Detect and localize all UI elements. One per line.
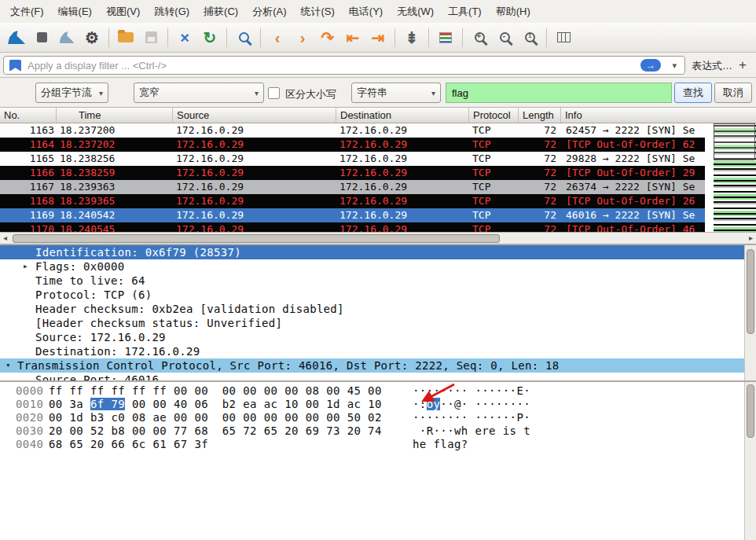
hex-ascii[interactable]: he flag? bbox=[413, 438, 468, 451]
menu-item-0[interactable]: 文件(F) bbox=[3, 1, 51, 23]
hex-row-0040[interactable]: 004068 65 20 66 6c 61 67 3fhe flag? bbox=[0, 438, 756, 451]
resize-columns-button[interactable] bbox=[552, 26, 575, 50]
column-header-destination[interactable]: Destination bbox=[336, 108, 469, 123]
hscroll-thumb[interactable] bbox=[13, 234, 500, 243]
packet-row-1167[interactable]: 116718.239363172.16.0.29172.16.0.29TCP72… bbox=[0, 180, 705, 194]
menu-item-6[interactable]: 统计(S) bbox=[293, 1, 341, 23]
menu-item-2[interactable]: 视图(V) bbox=[99, 1, 147, 23]
restart-capture-button[interactable] bbox=[55, 26, 79, 50]
auto-scroll-button[interactable]: ⇟ bbox=[400, 26, 424, 50]
bytes-scroll-thumb[interactable] bbox=[747, 384, 754, 438]
packet-row-1163[interactable]: 116318.237200172.16.0.29172.16.0.29TCP72… bbox=[0, 123, 705, 138]
go-forward-button[interactable]: › bbox=[291, 26, 314, 50]
detail-line-9[interactable]: Source Port: 46016 bbox=[0, 373, 744, 380]
hex-bytes[interactable]: 00 1d b3 c0 08 ae 00 00 00 00 00 00 00 0… bbox=[49, 411, 382, 424]
zoom-in-button[interactable] bbox=[468, 26, 491, 50]
search-type-select[interactable]: 字符串 ▾ bbox=[351, 83, 441, 103]
detail-line-0[interactable]: Identification: 0x6f79 (28537) bbox=[0, 245, 744, 259]
apply-filter-button[interactable]: → bbox=[640, 59, 661, 72]
minimap-viewport[interactable] bbox=[714, 123, 755, 160]
close-file-button[interactable]: × bbox=[173, 26, 196, 50]
detail-line-4[interactable]: Header checksum: 0xb2ea [validation disa… bbox=[0, 302, 744, 316]
column-header-no[interactable]: No. bbox=[0, 108, 57, 123]
hex-row-0000[interactable]: 0000ff ff ff ff ff ff 00 00 00 00 00 00 … bbox=[0, 384, 756, 398]
stop-capture-button[interactable] bbox=[30, 26, 53, 50]
details-scrollbar[interactable] bbox=[744, 245, 756, 380]
details-scroll-thumb[interactable] bbox=[747, 249, 754, 334]
menu-item-10[interactable]: 帮助(H) bbox=[489, 1, 538, 23]
capture-options-button[interactable]: ⚙ bbox=[80, 26, 104, 50]
hex-bytes[interactable]: 20 00 52 b8 00 00 77 68 65 72 65 20 69 7… bbox=[49, 424, 382, 438]
go-to-packet-button[interactable]: ↷ bbox=[316, 26, 339, 50]
column-header-info[interactable]: Info bbox=[561, 108, 756, 123]
start-capture-button[interactable] bbox=[5, 26, 28, 50]
column-header-source[interactable]: Source bbox=[173, 108, 336, 123]
packet-row-1166[interactable]: 116618.238259172.16.0.29172.16.0.29TCP72… bbox=[0, 166, 705, 180]
hex-ascii[interactable]: ········ ······P· bbox=[413, 411, 530, 424]
search-input[interactable]: flag bbox=[446, 83, 672, 103]
expand-arrow-icon[interactable]: ▸ bbox=[23, 259, 28, 274]
display-filter-input[interactable]: Apply a display filter ... <Ctrl-/> → ▾ bbox=[3, 56, 685, 75]
scroll-left-icon[interactable]: ◂ bbox=[3, 233, 7, 242]
zoom-100-button[interactable] bbox=[518, 26, 541, 50]
packet-row-1165[interactable]: 116518.238256172.16.0.29172.16.0.29TCP72… bbox=[0, 152, 705, 166]
column-header-protocol[interactable]: Protocol bbox=[469, 108, 519, 123]
packet-list-hscrollbar[interactable]: ◂ ▸ bbox=[0, 232, 756, 244]
packet-row-1164[interactable]: 116418.237202172.16.0.29172.16.0.29TCP72… bbox=[0, 138, 705, 152]
column-header-length[interactable]: Length bbox=[519, 108, 561, 123]
packet-row-1169[interactable]: 116918.240542172.16.0.29172.16.0.29TCP72… bbox=[0, 208, 705, 222]
detail-line-3[interactable]: Protocol: TCP (6) bbox=[0, 288, 744, 302]
collapse-arrow-icon[interactable]: ▾ bbox=[6, 358, 11, 373]
menu-item-8[interactable]: 无线(W) bbox=[390, 1, 441, 23]
hex-row-0020[interactable]: 002000 1d b3 c0 08 ae 00 00 00 00 00 00 … bbox=[0, 411, 756, 424]
case-sensitive-checkbox[interactable] bbox=[268, 87, 280, 99]
detail-text: Transmission Control Protocol, Src Port:… bbox=[17, 359, 560, 372]
menu-item-5[interactable]: 分析(A) bbox=[245, 1, 293, 23]
detail-line-5[interactable]: [Header checksum status: Unverified] bbox=[0, 316, 744, 330]
bytes-scrollbar[interactable] bbox=[744, 382, 756, 540]
first-packet-button[interactable]: ⇤ bbox=[341, 26, 365, 50]
menu-item-4[interactable]: 捕获(C) bbox=[196, 1, 245, 23]
search-scope-select[interactable]: 分组字节流 ▾ bbox=[35, 83, 108, 103]
detail-line-2[interactable]: Time to live: 64 bbox=[0, 274, 744, 288]
expression-button[interactable]: 表达式… bbox=[692, 59, 732, 73]
hex-bytes[interactable]: 00 3a 6f 79 00 00 40 06 b2 ea ac 10 00 1… bbox=[49, 398, 382, 411]
find-button[interactable]: 查找 bbox=[674, 83, 712, 103]
cell-time: 18.238256 bbox=[57, 152, 173, 166]
packet-row-1170[interactable]: 117018.240545172.16.0.29172.16.0.29TCP72… bbox=[0, 222, 705, 232]
menu-item-7[interactable]: 电话(Y) bbox=[342, 1, 390, 23]
detail-line-7[interactable]: Destination: 172.16.0.29 bbox=[0, 344, 744, 358]
detail-line-6[interactable]: Source: 172.16.0.29 bbox=[0, 330, 744, 344]
scroll-right-icon[interactable]: ▸ bbox=[749, 233, 753, 242]
open-file-button[interactable] bbox=[114, 26, 138, 50]
menu-item-9[interactable]: 工具(T) bbox=[441, 1, 489, 23]
go-back-button[interactable]: ‹ bbox=[266, 26, 289, 50]
save-file-button[interactable] bbox=[139, 26, 163, 50]
zoom-out-button[interactable] bbox=[493, 26, 516, 50]
hex-row-0010[interactable]: 001000 3a 6f 79 00 00 40 06 b2 ea ac 10 … bbox=[0, 398, 756, 411]
hex-ascii[interactable]: ·R···wh ere is t bbox=[413, 424, 530, 438]
hex-bytes[interactable]: 68 65 20 66 6c 61 67 3f bbox=[49, 438, 208, 451]
detail-line-1[interactable]: ▸Flags: 0x0000 bbox=[0, 259, 744, 274]
hex-bytes[interactable]: ff ff ff ff ff ff 00 00 00 00 00 00 08 0… bbox=[49, 384, 382, 398]
packet-row-1168[interactable]: 116818.239365172.16.0.29172.16.0.29TCP72… bbox=[0, 194, 705, 208]
cancel-button[interactable]: 取消 bbox=[714, 83, 752, 103]
packet-list-minimap[interactable] bbox=[714, 123, 756, 232]
hex-row-0030[interactable]: 003020 00 52 b8 00 00 77 68 65 72 65 20 … bbox=[0, 424, 756, 438]
detail-line-8[interactable]: ▾Transmission Control Protocol, Src Port… bbox=[0, 358, 744, 373]
open-file-icon bbox=[118, 32, 134, 42]
bookmark-icon[interactable] bbox=[9, 60, 21, 72]
last-packet-button[interactable]: ⇥ bbox=[366, 26, 390, 50]
cell-source: 172.16.0.29 bbox=[173, 222, 336, 232]
reload-button[interactable]: ↻ bbox=[198, 26, 222, 50]
filter-history-dropdown-icon[interactable]: ▾ bbox=[672, 61, 677, 71]
find-packet-button[interactable] bbox=[232, 26, 255, 50]
column-header-time[interactable]: Time bbox=[57, 108, 173, 123]
menu-item-1[interactable]: 编辑(E) bbox=[51, 1, 99, 23]
add-filter-button[interactable]: + bbox=[734, 56, 751, 75]
search-width-select[interactable]: 宽窄 ▾ bbox=[134, 83, 264, 103]
cell-length: 72 bbox=[519, 180, 561, 194]
packet-list-pane: No.TimeSourceDestinationProtocolLengthIn… bbox=[0, 108, 756, 244]
colorize-button[interactable] bbox=[434, 26, 457, 50]
menu-item-3[interactable]: 跳转(G) bbox=[147, 1, 196, 23]
